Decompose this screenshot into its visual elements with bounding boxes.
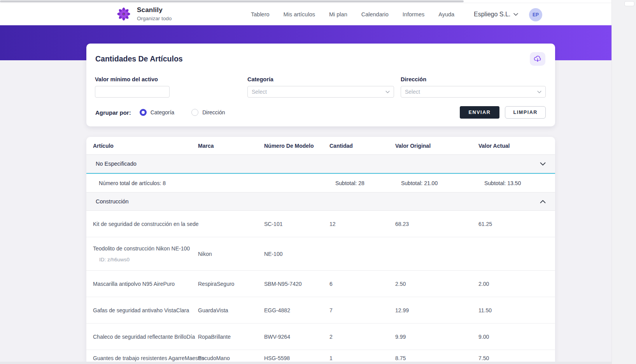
direction-placeholder: Select [405,89,420,95]
cell-brand: EscudoMano [198,355,264,361]
chevron-down-icon [513,13,518,16]
cell-article: Guantes de trabajo resistentes AgarreMae… [93,355,198,361]
org-selector[interactable]: Espliego S.L. [474,3,518,25]
cell-brand: RespiraSeguro [198,281,264,287]
min-value-input[interactable] [95,86,170,98]
chevron-up-icon[interactable] [540,200,546,203]
cell-model: BWV-9264 [264,334,329,340]
group-name: Construcción [96,198,129,205]
right-scrollbar-track [611,0,636,364]
submit-button[interactable]: ENVIAR [460,106,500,119]
col-valor-original: Valor Original [395,143,478,149]
radio-unselected-icon[interactable] [191,109,198,116]
cell-brand: Nikon [198,251,264,257]
cell-item-id: ID: z/h6uws0 [93,257,198,262]
vertical-scrollbar-thumb[interactable] [624,1,634,6]
org-name: Espliego S.L. [474,11,510,18]
nav-tablero[interactable]: Tablero [251,11,270,18]
col-cantidad: Cantidad [329,143,395,149]
cell-actual: 61.25 [478,221,555,227]
radio-selected-icon[interactable] [140,109,147,116]
table-row[interactable]: Kit de seguridad de construcción en la s… [86,211,555,237]
col-numero-modelo: Número De Modelo [264,143,329,149]
chevron-down-icon [385,91,390,93]
table-header-row: Artículo Marca Número De Modelo Cantidad… [86,137,555,155]
nav-calendario[interactable]: Calendario [361,11,389,18]
cell-model: EGG-4882 [264,307,329,313]
cell-article: Chaleco de seguridad reflectante BrilloD… [93,334,198,340]
table-row[interactable]: Teodolito de construcción Nikon NE-100 I… [86,237,555,271]
category-label: Categoría [247,76,394,82]
radio-label: Categoría [151,109,174,116]
filters-card: Cantidades De Artículos Valor mínimo del… [86,44,555,126]
group-by-label: Agrupar por: [95,109,131,116]
cell-brand: GuardaVista [198,307,264,313]
user-avatar[interactable]: EP [529,8,542,21]
nav-mi-plan[interactable]: Mi plan [329,11,347,18]
group-by-control: Agrupar por: Categoría Dirección [95,109,235,116]
cell-qty: 1 [329,355,395,361]
cell-model: SC-101 [264,221,329,227]
radio-label: Dirección [202,109,225,116]
category-select[interactable]: Select [247,86,394,98]
results-table: Artículo Marca Número De Modelo Cantidad… [86,137,555,362]
app-header: Scanlily Organizar todo Tablero Mis artí… [0,3,611,25]
cell-article: Kit de seguridad de construcción en la s… [93,221,198,227]
cell-qty: 2 [329,334,395,340]
radio-option-categoria[interactable]: Categoría [140,109,174,116]
radio-option-direccion[interactable]: Dirección [191,109,225,116]
cell-original: 2.50 [395,281,478,287]
bottom-page-edge [0,362,611,364]
horizontal-scrollbar-thumb[interactable] [0,0,464,2]
cell-article: Gafas de seguridad antivaho VistaClara [93,307,198,313]
summary-original: Subtotal: 21.00 [395,180,478,186]
min-value-label: Valor mínimo del activo [95,76,170,82]
page-title: Cantidades De Artículos [95,54,183,63]
table-row[interactable]: Chaleco de seguridad reflectante BrilloD… [86,324,555,350]
cloud-download-icon [533,55,542,63]
cell-model: NE-100 [264,251,329,257]
cell-actual: 11.50 [478,307,555,313]
clear-button[interactable]: LIMPIAR [505,106,546,119]
chevron-down-icon [537,91,541,93]
nav-informes[interactable]: Informes [403,11,424,18]
brand-tagline: Organizar todo [137,16,172,21]
main-nav: Tablero Mis artículos Mi plan Calendario… [251,3,454,25]
cell-article: Teodolito de construcción Nikon NE-100 [93,245,198,252]
cell-original: 8.75 [395,355,478,361]
table-row[interactable]: Gafas de seguridad antivaho VistaClara G… [86,297,555,324]
group-summary-row: Número total de artículos: 8 Subtotal: 2… [86,173,555,192]
direction-select[interactable]: Select [401,86,546,98]
nav-ayuda[interactable]: Ayuda [438,11,454,18]
cell-actual: 9.00 [478,334,555,340]
scanlily-flower-logo-icon [117,7,131,21]
summary-actual: Subtotal: 13.50 [478,180,555,186]
cell-qty: 6 [329,281,395,287]
table-row[interactable]: Guantes de trabajo resistentes AgarreMae… [86,350,555,362]
summary-count: Número total de artículos: 8 [93,180,198,186]
col-articulo: Artículo [93,143,198,149]
cell-original: 9.99 [395,334,478,340]
cell-model: SBM-N95-7420 [264,281,329,287]
group-name: No Especificado [96,161,137,167]
category-placeholder: Select [252,89,267,95]
cell-model: HSG-5598 [264,355,329,361]
cell-actual: 7.50 [478,355,555,361]
cell-qty: 12 [329,221,395,227]
cell-brand: RopaBrillante [198,334,264,340]
cell-qty: 7 [329,307,395,313]
summary-qty: Subtotal: 28 [329,180,395,186]
download-button[interactable] [530,52,545,66]
col-marca: Marca [198,143,264,149]
nav-mis-articulos[interactable]: Mis artículos [284,11,315,18]
cell-original: 68.23 [395,221,478,227]
group-row-no-especificado[interactable]: No Especificado [86,155,555,173]
brand[interactable]: Scanlily Organizar todo [117,6,172,21]
cell-actual: 2.00 [478,281,555,287]
group-row-construccion[interactable]: Construcción [86,192,555,211]
direction-label: Dirección [401,76,546,82]
chevron-down-icon[interactable] [540,162,546,166]
table-row[interactable]: Mascarilla antipolvo N95 AirePuro Respir… [86,271,555,297]
cell-original: 12.99 [395,307,478,313]
col-valor-actual: Valor Actual [478,143,555,149]
